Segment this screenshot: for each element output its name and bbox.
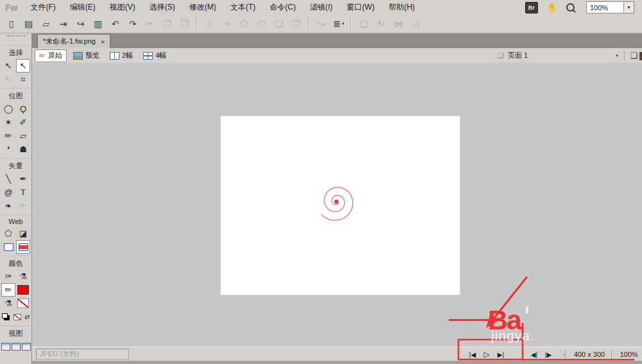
eyedropper-tool[interactable]: ✑	[1, 270, 15, 283]
text-tool[interactable]: T	[16, 186, 30, 199]
play-button[interactable]: ▷	[480, 349, 493, 360]
first-frame-button[interactable]: |◀	[466, 349, 479, 360]
cut-icon[interactable]: ✂	[141, 16, 159, 31]
subselection-tool[interactable]: ↖	[1, 73, 15, 86]
menu-item[interactable]: 命令(C)	[263, 1, 303, 14]
chevron-down-icon[interactable]: ▼	[623, 2, 634, 13]
bring-to-front-icon[interactable]: ❏	[270, 16, 288, 31]
knife-tool[interactable]: ✃	[16, 199, 30, 212]
shape-tool[interactable]: @	[1, 186, 15, 199]
flip-horizontal-icon[interactable]: ⋈	[390, 16, 407, 31]
document-canvas[interactable]	[221, 116, 460, 295]
canvas-size-button[interactable]: 400 x 300	[569, 349, 610, 360]
four-up-view-button[interactable]: 4幅	[139, 50, 170, 62]
pointer-tool[interactable]: ↖	[16, 59, 30, 73]
document-tab[interactable]: *未命名-1.fw.png ×	[37, 34, 110, 48]
eraser-tool[interactable]: ▱	[16, 129, 30, 143]
ungroup-icon[interactable]: ⚬	[218, 16, 236, 31]
show-slices-button[interactable]	[16, 240, 30, 254]
previous-frame-button[interactable]: ◀|	[528, 349, 541, 360]
full-screen-button[interactable]	[21, 340, 31, 353]
status-zoom-button[interactable]: 100% ▼	[615, 349, 642, 360]
lasso-tool[interactable]: Ϙ	[16, 102, 30, 116]
page-selector[interactable]: ❏ 页面 1	[498, 51, 528, 60]
pencil-icon: ✏	[39, 51, 46, 60]
no-color-button[interactable]	[12, 310, 23, 324]
menu-item[interactable]: 窗口(W)	[340, 1, 381, 14]
rubber-stamp-tool[interactable]: ☗	[16, 143, 30, 156]
menu-item[interactable]: 帮助(H)	[381, 1, 422, 14]
menu-item[interactable]: 编辑(E)	[63, 1, 103, 14]
chevron-down-icon[interactable]: ▾	[342, 21, 345, 26]
menu-item[interactable]: 视图(V)	[103, 1, 143, 14]
zoom-level-select[interactable]: 100% ▼	[586, 1, 634, 13]
stroke-color-icon[interactable]: ✏	[1, 283, 15, 297]
send-to-back-icon[interactable]: ❐	[288, 16, 305, 31]
print-icon[interactable]: ▥	[89, 16, 107, 31]
menu-item[interactable]: 滤镜(I)	[303, 1, 340, 14]
oval-marquee-tool[interactable]: ◯	[1, 102, 15, 116]
import-icon[interactable]: ⇥	[55, 16, 72, 31]
page-label: 页面 1	[508, 51, 528, 60]
paint-bucket-tool[interactable]: ⚗	[16, 270, 30, 283]
last-frame-button[interactable]: ▶|	[494, 349, 507, 360]
crop-tool[interactable]: ⌗	[16, 73, 30, 86]
line-tool[interactable]: ╲	[1, 172, 15, 186]
freeform-tool[interactable]: ❧	[1, 199, 15, 212]
export-icon[interactable]: ↪	[72, 16, 89, 31]
zoom-tool-icon[interactable]	[566, 3, 575, 12]
panel-grip-handle[interactable]	[6, 35, 25, 43]
stroke-color-swatch[interactable]	[16, 283, 30, 297]
redo-icon[interactable]: ↷	[124, 16, 141, 31]
hand-tool-icon[interactable]: ✋	[547, 3, 557, 12]
open-icon[interactable]: ▱	[37, 16, 55, 31]
fill-color-swatch[interactable]	[16, 297, 30, 310]
select-behind-tool[interactable]: ↖	[1, 59, 15, 73]
preview-view-button[interactable]: 预览	[69, 50, 103, 62]
freeform-path-icon[interactable]: ↝	[313, 16, 330, 31]
main-toolbar: ▯▤▱⇥↪▥↶↷✂❐❒⌗⚬⬠⬡❏❐↝≣▾❏↻⋈◁	[0, 15, 642, 33]
menu-item[interactable]: 修改(M)	[182, 1, 223, 14]
panel-icon[interactable]: ❏❚	[630, 51, 642, 60]
save-icon[interactable]: ▤	[20, 16, 37, 31]
fill-color-icon[interactable]: ⚗	[1, 297, 15, 310]
view-bar-right: ▼ ❏❚	[615, 51, 639, 61]
swap-colors-button[interactable]: ⇄	[24, 310, 31, 324]
divider	[196, 17, 198, 30]
copy-icon[interactable]: ❐	[159, 16, 176, 31]
chevron-down-icon[interactable]: ▼	[615, 53, 620, 58]
punch-icon[interactable]: ⬡	[253, 16, 270, 31]
paste-icon[interactable]: ❒	[176, 16, 193, 31]
rotate-icon[interactable]: ↻	[372, 16, 390, 31]
standard-screen-button[interactable]	[1, 340, 10, 353]
magic-wand-tool[interactable]: ✶	[1, 116, 15, 129]
blur-tool[interactable]: ❛	[1, 143, 15, 156]
tools-section: 位图◯Ϙ✶✐✏▱❛☗	[0, 88, 31, 156]
stop-button[interactable]: ✕	[557, 349, 570, 360]
hide-slices-button[interactable]	[1, 240, 15, 254]
flip-vertical-icon[interactable]: ◁	[407, 16, 424, 31]
menu-item[interactable]: 文本(T)	[223, 1, 263, 14]
tools-section-title: 位图	[0, 89, 31, 102]
new-document-icon[interactable]: ▯	[3, 16, 20, 31]
close-icon[interactable]: ×	[101, 38, 105, 46]
pen-tool[interactable]: ✒	[16, 172, 30, 186]
align-icon[interactable]: ≣▾	[330, 16, 347, 31]
undo-icon[interactable]: ↶	[107, 16, 124, 31]
pencil-tool[interactable]: ✏	[1, 129, 15, 143]
tools-panel: 选择↖↖↖⌗位图◯Ϙ✶✐✏▱❛☗矢量╲✒@T❧✃Web⬠◪颜色✑⚗✏⚗⇄视图	[0, 33, 32, 364]
slice-tool[interactable]: ◪	[16, 227, 30, 240]
hotspot-tool[interactable]: ⬠	[1, 227, 15, 240]
brush-tool[interactable]: ✐	[16, 116, 30, 129]
default-colors-button[interactable]	[1, 310, 12, 324]
union-icon[interactable]: ⬠	[236, 16, 253, 31]
group-icon[interactable]: ⌗	[201, 16, 218, 31]
page-edit-icon[interactable]: ❏	[355, 16, 372, 31]
next-frame-button[interactable]: |▶	[542, 349, 555, 360]
original-view-button[interactable]: ✏ 原始	[35, 49, 67, 62]
menu-item[interactable]: 选择(S)	[143, 1, 182, 14]
menu-item[interactable]: 文件(F)	[23, 1, 62, 14]
full-screen-menus-button[interactable]	[11, 340, 21, 353]
two-up-view-button[interactable]: 2幅	[106, 50, 137, 62]
bridge-icon[interactable]: Br	[525, 2, 538, 13]
